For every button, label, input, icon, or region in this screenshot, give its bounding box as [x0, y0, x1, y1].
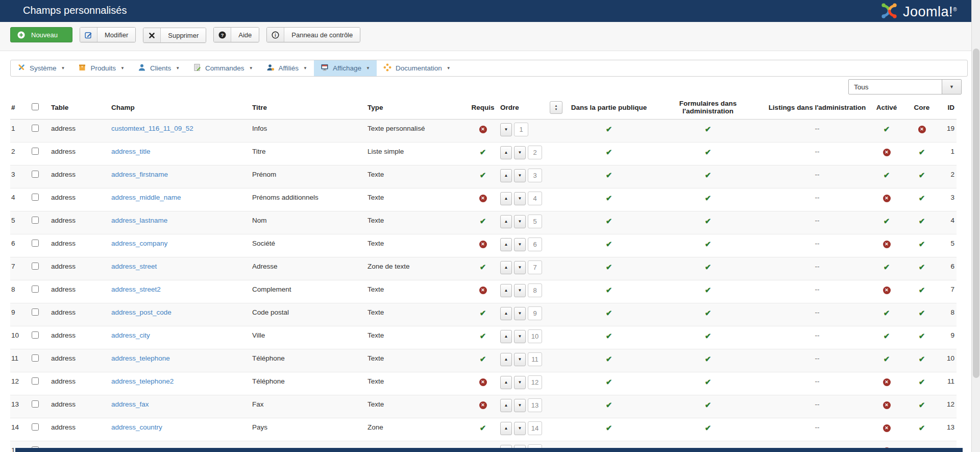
row-checkbox[interactable]: [32, 423, 39, 431]
check-icon[interactable]: ✔: [480, 263, 486, 271]
order-input[interactable]: [528, 169, 542, 182]
check-icon[interactable]: ✔: [606, 354, 612, 363]
move-up-button[interactable]: ▲: [500, 146, 512, 159]
check-icon[interactable]: ✔: [919, 217, 925, 225]
menu-item-documentation[interactable]: Documentation▼: [377, 60, 457, 76]
check-icon[interactable]: ✔: [480, 331, 486, 340]
field-name-link[interactable]: address_fax: [111, 400, 149, 408]
move-up-button[interactable]: ▲: [500, 399, 512, 412]
move-up-button[interactable]: ▲: [500, 422, 512, 435]
order-input[interactable]: [528, 260, 542, 274]
check-icon[interactable]: ✔: [919, 354, 925, 363]
order-input[interactable]: [528, 352, 542, 366]
order-input[interactable]: [528, 421, 542, 435]
row-checkbox[interactable]: [32, 286, 39, 293]
cross-icon[interactable]: ✕: [883, 241, 891, 248]
move-up-button[interactable]: ▲: [500, 169, 512, 182]
field-name-link[interactable]: address_middle_name: [111, 194, 181, 201]
move-up-button[interactable]: ▲: [500, 261, 512, 274]
check-icon[interactable]: ✔: [480, 308, 486, 317]
check-icon[interactable]: ✔: [919, 171, 925, 179]
check-icon[interactable]: ✔: [919, 194, 925, 202]
check-icon[interactable]: ✔: [705, 125, 712, 133]
row-checkbox[interactable]: [32, 125, 39, 132]
field-name-link[interactable]: address_street: [111, 263, 157, 270]
move-down-button[interactable]: ▼: [514, 146, 526, 159]
row-checkbox[interactable]: [32, 194, 39, 201]
menu-item-clients[interactable]: Clients▼: [131, 60, 186, 76]
move-up-button[interactable]: ▲: [500, 376, 512, 389]
row-checkbox[interactable]: [32, 263, 39, 270]
move-up-button[interactable]: ▲: [500, 284, 512, 297]
check-icon[interactable]: ✔: [606, 400, 612, 409]
check-icon[interactable]: ✔: [884, 354, 890, 363]
move-down-button[interactable]: ▼: [514, 307, 526, 320]
order-input[interactable]: [528, 329, 542, 343]
check-icon[interactable]: ✔: [705, 308, 712, 317]
field-name-link[interactable]: address_telephone: [111, 354, 170, 362]
cross-icon[interactable]: ✕: [883, 401, 891, 409]
check-icon[interactable]: ✔: [705, 148, 712, 156]
check-icon[interactable]: ✔: [705, 240, 712, 248]
supprimer-button[interactable]: Supprimer: [143, 28, 206, 43]
move-up-button[interactable]: ▲: [500, 307, 512, 320]
move-down-button[interactable]: ▼: [514, 330, 526, 343]
order-input[interactable]: [528, 283, 542, 297]
check-icon[interactable]: ✔: [705, 377, 712, 386]
menu-item-systeme[interactable]: Système▼: [11, 60, 71, 76]
menu-item-affichage[interactable]: Affichage▼: [314, 60, 377, 76]
row-checkbox[interactable]: [32, 308, 39, 316]
move-up-button[interactable]: ▲: [500, 192, 512, 205]
field-name-link[interactable]: address_lastname: [111, 217, 167, 224]
row-checkbox[interactable]: [32, 377, 39, 385]
field-name-link[interactable]: address_country: [111, 423, 162, 431]
check-icon[interactable]: ✔: [606, 171, 612, 179]
scrollbar-thumb[interactable]: [973, 49, 979, 378]
move-down-button[interactable]: ▼: [514, 238, 526, 251]
cross-icon[interactable]: ✕: [479, 241, 487, 248]
move-down-button[interactable]: ▼: [514, 192, 526, 205]
row-checkbox[interactable]: [32, 148, 39, 155]
check-icon[interactable]: ✔: [606, 423, 612, 432]
order-input[interactable]: [528, 215, 542, 228]
move-up-button[interactable]: ▲: [500, 215, 512, 228]
check-icon[interactable]: ✔: [884, 217, 890, 225]
field-name-link[interactable]: address_company: [111, 240, 167, 247]
check-icon[interactable]: ✔: [705, 331, 712, 340]
move-down-button[interactable]: ▼: [514, 422, 526, 435]
check-icon[interactable]: ✔: [606, 263, 612, 271]
check-icon[interactable]: ✔: [919, 263, 925, 271]
field-name-link[interactable]: address_city: [111, 331, 150, 339]
menu-item-produits[interactable]: Produits▼: [71, 60, 131, 76]
check-icon[interactable]: ✔: [480, 423, 486, 432]
cross-icon[interactable]: ✕: [883, 195, 891, 202]
check-icon[interactable]: ✔: [884, 263, 890, 271]
cross-icon[interactable]: ✕: [479, 401, 487, 409]
check-icon[interactable]: ✔: [884, 171, 890, 179]
check-icon[interactable]: ✔: [606, 331, 612, 340]
field-name-link[interactable]: address_title: [111, 148, 151, 155]
cross-icon[interactable]: ✕: [918, 126, 926, 133]
check-icon[interactable]: ✔: [884, 125, 890, 133]
check-icon[interactable]: ✔: [606, 125, 612, 133]
cross-icon[interactable]: ✕: [479, 378, 487, 386]
field-name-link[interactable]: address_street2: [111, 286, 161, 293]
check-icon[interactable]: ✔: [705, 263, 712, 271]
check-icon[interactable]: ✔: [606, 194, 612, 202]
move-down-button[interactable]: ▼: [514, 169, 526, 182]
check-icon[interactable]: ✔: [705, 354, 712, 363]
cross-icon[interactable]: ✕: [479, 195, 487, 202]
move-down-button[interactable]: ▼: [514, 399, 526, 412]
modifier-button[interactable]: Modifier: [80, 27, 136, 42]
check-icon[interactable]: ✔: [480, 217, 486, 225]
cross-icon[interactable]: ✕: [479, 287, 487, 294]
cross-icon[interactable]: ✕: [883, 149, 891, 156]
order-input[interactable]: [514, 123, 528, 136]
move-down-button[interactable]: ▼: [514, 284, 526, 297]
panneau-de-controle-button[interactable]: iPanneau de contrôle: [266, 27, 360, 42]
move-down-button[interactable]: ▼: [514, 215, 526, 228]
check-icon[interactable]: ✔: [705, 217, 712, 225]
check-icon[interactable]: ✔: [606, 148, 612, 156]
move-up-button[interactable]: ▲: [500, 330, 512, 343]
move-down-button[interactable]: ▼: [514, 353, 526, 366]
